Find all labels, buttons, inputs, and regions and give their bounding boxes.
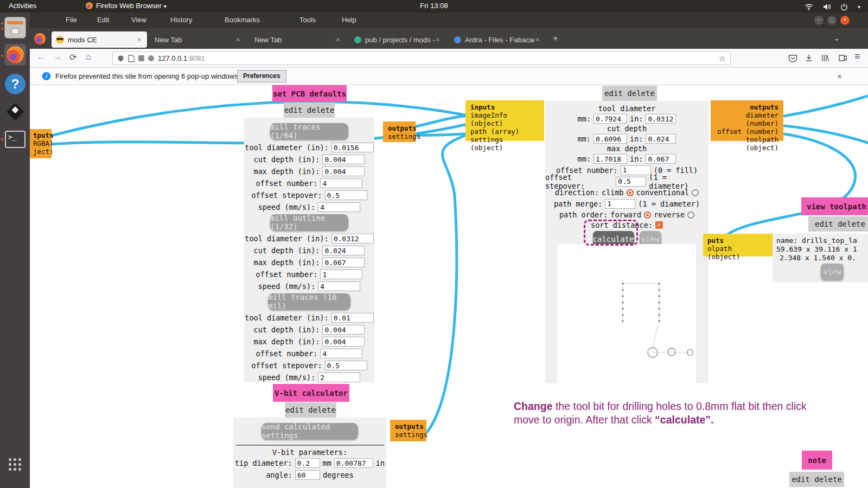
tab-close-icon[interactable]: × — [534, 35, 541, 44]
note-button[interactable]: note — [802, 451, 832, 470]
download-icon[interactable] — [805, 54, 813, 62]
mill-outline-132-button[interactable]: mill outline (1/32) — [270, 214, 348, 230]
tab-pub-projects-mods[interactable]: pub / projects / mods - G × — [350, 31, 445, 48]
tool-diameter-in-input[interactable] — [646, 114, 676, 124]
tab-close-icon[interactable]: × — [335, 35, 341, 44]
io-outputs-settings-2[interactable]: outputs settings — [390, 420, 426, 441]
set-pcb-defaults-button[interactable]: set PCB defaults — [272, 85, 347, 102]
view-toolpath-button[interactable]: view toolpath — [801, 197, 868, 215]
tab-ardra-files[interactable]: Ardra - Files - Fabacadem × — [450, 31, 545, 48]
max-depth-in-input[interactable] — [646, 154, 676, 164]
offset-number-input[interactable] — [320, 178, 362, 188]
cut-depth-in-input[interactable] — [646, 134, 676, 144]
mill-edit-delete[interactable]: edit delete — [602, 86, 657, 101]
bookmark-star-icon[interactable]: ☆ — [719, 54, 726, 63]
speed-input[interactable] — [318, 202, 360, 212]
library-icon[interactable] — [821, 54, 829, 62]
url-bar[interactable]: 127.0.0.1:8081 ☆ — [112, 52, 731, 65]
send-calculated-settings-button[interactable]: send calculated settings — [261, 423, 358, 439]
max-depth-mm-input[interactable] — [593, 154, 627, 164]
tool-diameter-input[interactable] — [331, 313, 374, 323]
menu-history[interactable]: History — [170, 16, 192, 24]
preferences-button[interactable]: Preferences — [237, 70, 286, 82]
menu-edit[interactable]: Edit — [97, 16, 109, 24]
sidebar-icon[interactable] — [838, 54, 847, 62]
io-outputs-image-clipped[interactable]: tputs RGBA) ject) — [30, 129, 52, 158]
cut-depth-input[interactable] — [322, 155, 365, 164]
cut-depth-input[interactable] — [322, 246, 365, 255]
tab-new-tab-2[interactable]: New Tab × — [250, 31, 346, 48]
extension-icon-1[interactable] — [138, 55, 144, 61]
maximize-button[interactable]: □ — [827, 16, 837, 25]
vbit-calculator-button[interactable]: V-bit calculator — [273, 384, 349, 402]
new-tab-button[interactable]: + — [553, 34, 558, 43]
offset-stepover-input[interactable] — [325, 361, 367, 370]
tab-close-icon[interactable]: × — [235, 35, 241, 44]
notification-close-icon[interactable]: × — [837, 72, 842, 81]
menu-view[interactable]: View — [131, 16, 146, 24]
tab-new-tab-1[interactable]: New Tab × — [150, 31, 246, 48]
note-edit-delete[interactable]: edit delete — [789, 472, 844, 487]
max-depth-input[interactable] — [322, 166, 365, 176]
pcb-defaults-edit-delete[interactable]: edit delete — [284, 102, 335, 118]
forward-icon[interactable]: → — [53, 52, 62, 62]
menu-tools[interactable]: Tools — [299, 16, 316, 24]
page-icon[interactable] — [128, 55, 135, 62]
view-toolpath-edit-delete[interactable]: edit delete — [808, 216, 868, 232]
path-order-forward-radio[interactable] — [644, 211, 651, 219]
tab-mods-ce[interactable]: mods CE × — [52, 31, 147, 48]
menu-bookmarks[interactable]: Bookmarks — [225, 16, 260, 24]
list-all-tabs-icon[interactable]: ⌄ — [833, 34, 840, 42]
extension-icon-2[interactable] — [148, 55, 154, 61]
tip-diameter-in-input[interactable] — [334, 458, 373, 468]
tab-close-icon[interactable]: × — [435, 35, 441, 44]
show-applications-icon[interactable] — [9, 458, 22, 471]
menu-hamburger-icon[interactable]: ≡ — [854, 51, 860, 62]
toolpath-view-button[interactable]: view — [821, 264, 844, 280]
offset-stepover-input[interactable] — [616, 177, 646, 187]
shield-icon[interactable] — [117, 55, 124, 62]
angle-input[interactable] — [295, 470, 320, 480]
mill-traces-10mil-button[interactable]: mill traces (10 mil) — [268, 293, 350, 310]
inkscape-icon[interactable] — [6, 102, 24, 120]
app-menu-button[interactable]: Firefox Web Browser ▾ — [86, 2, 167, 10]
menu-file[interactable]: File — [66, 16, 77, 24]
io-inputs-mill[interactable]: inputs imageInfo (object) path (array) s… — [465, 100, 544, 141]
offset-number-input[interactable] — [320, 349, 362, 358]
path-order-reverse-radio[interactable] — [687, 211, 694, 219]
menu-help[interactable]: Help — [342, 16, 356, 24]
back-icon[interactable]: ← — [37, 52, 46, 62]
help-icon[interactable]: ? — [5, 74, 25, 94]
max-depth-input[interactable] — [322, 258, 365, 267]
system-tray[interactable]: ▾ — [797, 2, 860, 11]
sort-distance-checkbox[interactable]: ✓ — [655, 221, 663, 229]
tool-diameter-input[interactable] — [331, 143, 374, 152]
reload-icon[interactable]: ⟳ — [69, 52, 76, 62]
vbit-edit-delete[interactable]: edit delete — [285, 402, 336, 418]
files-icon[interactable] — [4, 17, 26, 38]
io-outputs-mill[interactable]: outputs diameter (number) offset (number… — [711, 100, 783, 141]
minimize-button[interactable]: − — [814, 16, 824, 25]
home-icon[interactable]: ⌂ — [86, 52, 91, 62]
cut-depth-mm-input[interactable] — [593, 134, 627, 144]
firefox-icon[interactable] — [4, 44, 26, 66]
tool-diameter-mm-input[interactable] — [593, 114, 627, 124]
offset-number-input[interactable] — [320, 269, 362, 279]
speed-input[interactable] — [318, 373, 360, 382]
offset-number-input[interactable] — [621, 165, 651, 175]
tool-diameter-input[interactable] — [331, 234, 374, 243]
mill-traces-164-button[interactable]: mill traces (1/64) — [270, 123, 348, 139]
tab-close-icon[interactable]: × — [136, 35, 143, 44]
cut-depth-input[interactable] — [322, 325, 365, 335]
pocket-icon[interactable] — [788, 54, 797, 62]
speed-input[interactable] — [318, 281, 360, 291]
clock[interactable]: Fri 13:08 — [420, 2, 448, 10]
max-depth-input[interactable] — [322, 337, 365, 346]
io-outputs-settings-1[interactable]: outputs settings — [383, 121, 416, 142]
direction-conventional-radio[interactable] — [692, 189, 699, 196]
tip-diameter-mm-input[interactable] — [295, 458, 320, 468]
path-merge-input[interactable] — [605, 199, 635, 209]
terminal-icon[interactable]: >_ — [5, 131, 25, 148]
io-inputs-toolpath-clipped[interactable]: puts olpath (object) — [703, 234, 773, 256]
activities-button[interactable]: Activities — [9, 2, 36, 10]
